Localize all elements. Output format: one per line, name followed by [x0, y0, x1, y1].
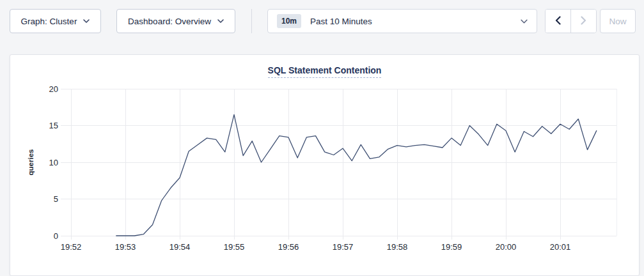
- x-tick-label: 19:57: [333, 242, 354, 252]
- y-tick-label: 0: [54, 231, 58, 241]
- graph-dropdown[interactable]: Graph: Cluster: [10, 9, 101, 33]
- time-range-badge: 10m: [277, 14, 301, 28]
- chevron-down-icon: [217, 19, 224, 23]
- time-range-label: Past 10 Minutes: [310, 17, 372, 26]
- x-tick-label: 19:56: [278, 242, 299, 252]
- x-tick-label: 19:58: [387, 242, 408, 252]
- y-tick-label: 20: [49, 84, 58, 94]
- line-chart[interactable]: 0510152019:5219:5319:5419:5519:5619:5719…: [10, 55, 640, 276]
- chevron-right-icon: [581, 16, 586, 27]
- now-button[interactable]: Now: [600, 9, 636, 33]
- x-tick-label: 19:52: [61, 242, 82, 252]
- y-tick-label: 15: [49, 121, 58, 130]
- graph-dropdown-label: Graph: Cluster: [21, 17, 77, 26]
- y-tick-label: 5: [54, 194, 58, 204]
- chevron-left-icon: [555, 16, 561, 27]
- toolbar-divider: [251, 9, 252, 33]
- y-tick-label: 10: [49, 158, 58, 167]
- time-range-selector[interactable]: 10m Past 10 Minutes: [267, 9, 537, 33]
- page: Graph: Cluster Dashboard: Overview 10m P…: [0, 0, 644, 276]
- y-axis-label: queries: [27, 150, 35, 176]
- time-prev-button[interactable]: [546, 10, 570, 33]
- series-line: [116, 114, 597, 236]
- dashboard-dropdown-label: Dashboard: Overview: [128, 17, 211, 26]
- x-tick-label: 19:55: [224, 242, 245, 252]
- x-tick-label: 19:53: [115, 242, 136, 252]
- x-tick-label: 19:59: [441, 242, 462, 252]
- x-tick-label: 19:54: [169, 242, 191, 252]
- chart-card: SQL Statement Contention 0510152019:5219…: [10, 54, 640, 276]
- time-next-button[interactable]: [570, 10, 596, 33]
- chevron-down-icon: [83, 19, 90, 23]
- dashboard-dropdown[interactable]: Dashboard: Overview: [116, 9, 235, 33]
- x-tick-label: 20:01: [550, 242, 571, 252]
- x-tick-label: 20:00: [496, 242, 517, 252]
- chevron-down-icon: [521, 19, 528, 24]
- time-step-group: [545, 9, 597, 33]
